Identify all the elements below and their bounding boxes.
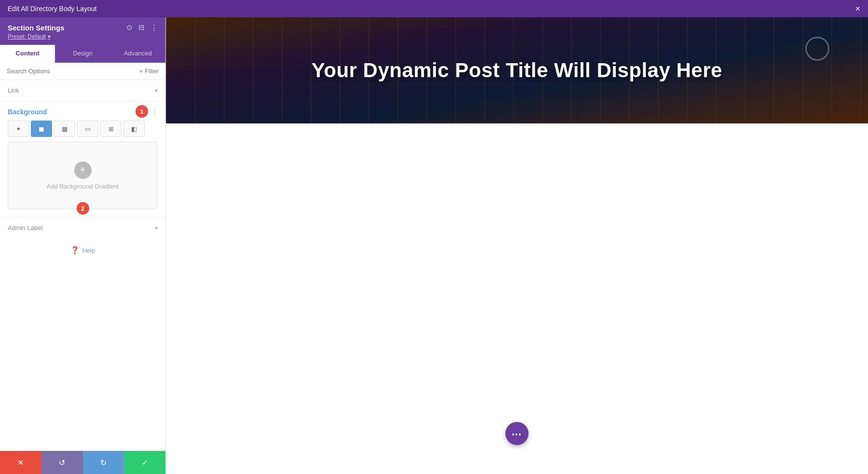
preset-label[interactable]: Preset: Default ▾ xyxy=(8,33,158,40)
link-chevron-icon: ▾ xyxy=(155,87,158,94)
focus-icon[interactable]: ⊙ xyxy=(126,23,133,32)
none-icon: ✦ xyxy=(16,125,21,133)
undo-icon: ↺ xyxy=(59,458,65,467)
redo-button[interactable]: ↻ xyxy=(83,451,124,474)
image-icon: ▦ xyxy=(62,125,68,133)
streetlight-decoration xyxy=(805,37,829,61)
canvas-body xyxy=(166,123,868,474)
undo-button[interactable]: ↺ xyxy=(41,451,83,474)
search-input[interactable] xyxy=(7,68,136,75)
bg-type-video[interactable]: ▭ xyxy=(77,121,98,137)
filter-button[interactable]: + Filter xyxy=(139,68,159,75)
sidebar-bottom: ✕ ↺ ↻ ✓ xyxy=(0,451,165,474)
sidebar-content: Link ▾ Background ▲ ⋮ 1 ✦ xyxy=(0,80,165,451)
add-gradient-button[interactable]: + xyxy=(74,162,92,179)
background-label: Background xyxy=(8,108,47,116)
section-settings-title: Section Settings xyxy=(8,24,65,32)
tab-content[interactable]: Content xyxy=(0,45,55,63)
preset-text: Preset: Default xyxy=(8,33,46,40)
badge-1[interactable]: 1 xyxy=(136,105,148,118)
top-bar: Edit All Directory Body Layout × xyxy=(0,0,868,17)
sidebar: Section Settings ⊙ ⊟ ⋮ Preset: Default ▾… xyxy=(0,17,166,474)
save-button[interactable]: ✓ xyxy=(124,451,165,474)
hero-title: Your Dynamic Post Title Will Display Her… xyxy=(312,59,722,82)
badge-2[interactable]: 2 xyxy=(77,202,89,215)
bg-type-mask[interactable]: ◧ xyxy=(123,121,145,137)
hero-section: Your Dynamic Post Title Will Display Her… xyxy=(166,17,868,123)
color-icon: ◼ xyxy=(39,125,44,133)
background-section: Background ▲ ⋮ 1 ✦ ◼ ▦ xyxy=(0,101,165,217)
sidebar-tabs: Content Design Advanced xyxy=(0,45,165,63)
main-layout: Section Settings ⊙ ⊟ ⋮ Preset: Default ▾… xyxy=(0,17,868,474)
more-icon[interactable]: ⋮ xyxy=(150,23,158,32)
cancel-button[interactable]: ✕ xyxy=(0,451,41,474)
cancel-icon: ✕ xyxy=(17,458,24,467)
add-gradient-label: Add Background Gradient xyxy=(47,183,119,190)
canvas-area: Your Dynamic Post Title Will Display Her… xyxy=(166,17,868,474)
plus-icon: + xyxy=(80,164,86,176)
gradient-add-area: + Add Background Gradient 2 xyxy=(8,142,158,209)
pattern-icon: ⊞ xyxy=(108,125,114,133)
preset-chevron: ▾ xyxy=(48,33,51,40)
close-button[interactable]: × xyxy=(855,4,860,13)
sidebar-header: Section Settings ⊙ ⊟ ⋮ Preset: Default ▾ xyxy=(0,17,165,45)
top-bar-title: Edit All Directory Body Layout xyxy=(8,5,855,13)
help-label: Help xyxy=(82,247,95,254)
background-type-row: ✦ ◼ ▦ ▭ ⊞ ◧ xyxy=(8,121,158,137)
admin-label-chevron-icon: ▾ xyxy=(155,225,158,231)
tab-advanced[interactable]: Advanced xyxy=(110,45,165,63)
help-row[interactable]: ❓ Help xyxy=(0,238,165,262)
search-bar: + Filter xyxy=(0,63,165,80)
three-dots-icon xyxy=(512,428,522,439)
redo-icon: ↻ xyxy=(100,458,107,467)
admin-label-text: Admin Label xyxy=(8,224,42,231)
save-icon: ✓ xyxy=(142,458,148,467)
bg-type-pattern[interactable]: ⊞ xyxy=(100,121,122,137)
mask-icon: ◧ xyxy=(131,125,137,133)
video-icon: ▭ xyxy=(85,125,91,133)
columns-icon[interactable]: ⊟ xyxy=(138,23,145,32)
link-label: Link xyxy=(8,87,19,94)
bg-type-none[interactable]: ✦ xyxy=(8,121,29,137)
background-header: Background ▲ ⋮ 1 xyxy=(8,101,158,121)
background-more-icon[interactable]: ⋮ xyxy=(151,108,158,116)
admin-label-section[interactable]: Admin Label ▾ xyxy=(0,217,165,238)
bg-type-color[interactable]: ◼ xyxy=(31,121,52,137)
sidebar-header-icons: ⊙ ⊟ ⋮ xyxy=(126,23,158,32)
sidebar-header-top: Section Settings ⊙ ⊟ ⋮ xyxy=(8,23,158,32)
fab-button[interactable] xyxy=(505,422,529,445)
bg-type-image[interactable]: ▦ xyxy=(54,121,75,137)
help-icon: ❓ xyxy=(70,246,80,255)
link-section[interactable]: Link ▾ xyxy=(0,80,165,101)
tab-design[interactable]: Design xyxy=(55,45,110,63)
